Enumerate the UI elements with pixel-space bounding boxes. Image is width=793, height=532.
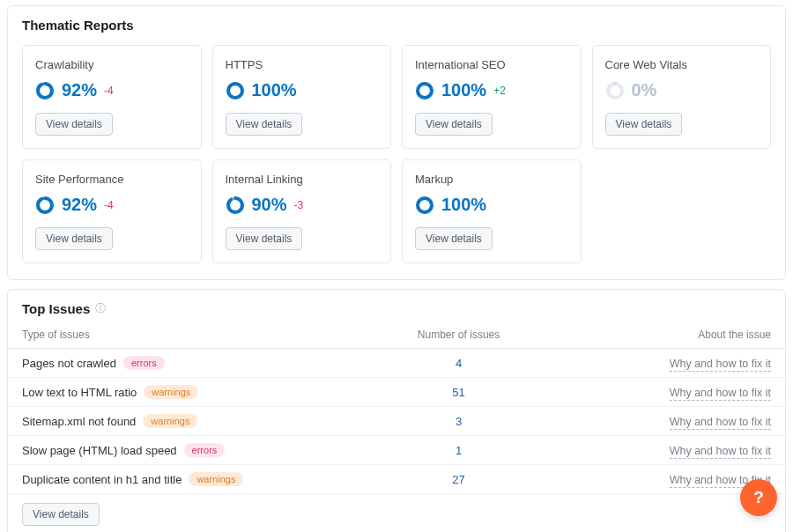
- card-value-row: 90% -3: [226, 195, 379, 215]
- view-details-button[interactable]: View details: [415, 227, 493, 250]
- card-delta: -4: [104, 199, 114, 211]
- svg-point-6: [608, 84, 622, 98]
- view-details-button[interactable]: View details: [226, 113, 303, 136]
- issue-badge: warnings: [143, 414, 197, 428]
- issue-count[interactable]: 1: [456, 444, 462, 457]
- column-header-about: About the issue: [537, 323, 785, 349]
- help-icon: ?: [753, 488, 764, 507]
- view-details-button[interactable]: View details: [605, 113, 683, 136]
- issue-badge: warnings: [144, 385, 198, 399]
- top-issues-header: Top Issues ⓘ: [8, 290, 785, 323]
- fix-link[interactable]: Why and how to fix it: [670, 387, 771, 401]
- svg-point-11: [228, 198, 242, 212]
- issue-badge: warnings: [189, 472, 243, 486]
- issue-row: Sitemap.xml not found warnings 3 Why and…: [8, 407, 785, 436]
- column-header-count: Number of issues: [381, 323, 536, 349]
- info-icon[interactable]: ⓘ: [95, 301, 106, 316]
- card-percent: 100%: [252, 80, 297, 100]
- donut-icon: [35, 196, 55, 215]
- issue-name: Duplicate content in h1 and title: [22, 473, 182, 486]
- issue-count[interactable]: 51: [452, 386, 464, 399]
- thematic-card: Markup 100% View details: [402, 159, 582, 263]
- help-button[interactable]: ?: [740, 479, 777, 516]
- issue-name: Low text to HTML ratio: [22, 386, 137, 399]
- card-title: Site Performance: [35, 173, 189, 186]
- thematic-reports-panel: Thematic Reports Crawlability 92% -4 Vie…: [7, 5, 786, 280]
- card-delta: -3: [294, 199, 304, 211]
- column-header-type: Type of issues: [8, 323, 381, 349]
- card-percent: 0%: [632, 80, 657, 100]
- card-title: Crawlability: [35, 58, 189, 71]
- card-percent: 100%: [441, 195, 486, 215]
- thematic-card: Internal Linking 90% -3 View details: [212, 159, 392, 263]
- view-details-button[interactable]: View details: [35, 113, 113, 136]
- view-details-button[interactable]: View details: [35, 227, 113, 250]
- donut-icon: [226, 81, 245, 100]
- card-value-row: 100%: [415, 195, 568, 215]
- thematic-reports-header: Thematic Reports: [8, 6, 785, 41]
- issue-name: Pages not crawled: [22, 357, 116, 370]
- card-title: Internal Linking: [226, 173, 379, 186]
- card-title: HTTPS: [226, 58, 379, 71]
- issue-row: Duplicate content in h1 and title warnin…: [8, 465, 785, 494]
- card-title: International SEO: [415, 58, 568, 71]
- card-delta: -4: [104, 85, 114, 97]
- issue-row: Pages not crawled errors 4 Why and how t…: [8, 349, 785, 378]
- fix-link[interactable]: Why and how to fix it: [670, 358, 771, 372]
- card-value-row: 92% -4: [35, 80, 189, 100]
- issue-count[interactable]: 3: [456, 415, 462, 428]
- thematic-cards-grid: Crawlability 92% -4 View details HTTPS 1…: [8, 41, 785, 279]
- thematic-card: HTTPS 100% View details: [212, 45, 392, 149]
- card-value-row: 100%: [226, 80, 379, 100]
- donut-icon: [35, 81, 55, 100]
- issue-badge: errors: [123, 356, 165, 370]
- issue-name: Slow page (HTML) load speed: [22, 444, 177, 457]
- fix-link[interactable]: Why and how to fix it: [670, 445, 771, 459]
- donut-icon: [415, 196, 434, 215]
- card-value-row: 100% +2: [415, 80, 568, 100]
- issue-count[interactable]: 4: [456, 357, 462, 370]
- thematic-reports-title: Thematic Reports: [22, 18, 134, 33]
- card-percent: 90%: [252, 195, 287, 215]
- card-title: Core Web Vitals: [605, 58, 759, 71]
- donut-icon: [605, 81, 625, 100]
- svg-point-5: [418, 84, 432, 98]
- thematic-card: Crawlability 92% -4 View details: [22, 45, 202, 149]
- donut-icon: [415, 81, 434, 100]
- top-issues-footer: View details: [8, 493, 785, 532]
- issue-row: Slow page (HTML) load speed errors 1 Why…: [8, 436, 785, 465]
- svg-point-13: [418, 198, 432, 212]
- thematic-card: International SEO 100% +2 View details: [402, 45, 582, 149]
- issue-count[interactable]: 27: [452, 473, 464, 486]
- view-details-button[interactable]: View details: [22, 503, 100, 526]
- svg-point-3: [228, 84, 242, 98]
- issue-name: Sitemap.xml not found: [22, 415, 136, 428]
- svg-point-1: [38, 84, 52, 98]
- thematic-card: Core Web Vitals 0% View details: [592, 45, 772, 149]
- card-delta: +2: [493, 85, 506, 97]
- card-percent: 92%: [62, 195, 97, 215]
- view-details-button[interactable]: View details: [226, 227, 303, 250]
- card-value-row: 92% -4: [35, 195, 189, 215]
- view-details-button[interactable]: View details: [415, 113, 493, 136]
- svg-point-9: [38, 198, 52, 212]
- card-percent: 92%: [62, 80, 97, 100]
- top-issues-title: Top Issues: [22, 301, 90, 316]
- issue-badge: errors: [184, 443, 226, 457]
- thematic-card: Site Performance 92% -4 View details: [22, 159, 202, 263]
- issue-row: Low text to HTML ratio warnings 51 Why a…: [8, 378, 785, 407]
- card-title: Markup: [415, 173, 568, 186]
- card-percent: 100%: [441, 80, 486, 100]
- top-issues-table: Type of issues Number of issues About th…: [8, 323, 785, 493]
- fix-link[interactable]: Why and how to fix it: [670, 416, 771, 430]
- donut-icon: [226, 196, 245, 215]
- top-issues-panel: Top Issues ⓘ Type of issues Number of is…: [7, 289, 786, 532]
- card-value-row: 0%: [605, 80, 759, 100]
